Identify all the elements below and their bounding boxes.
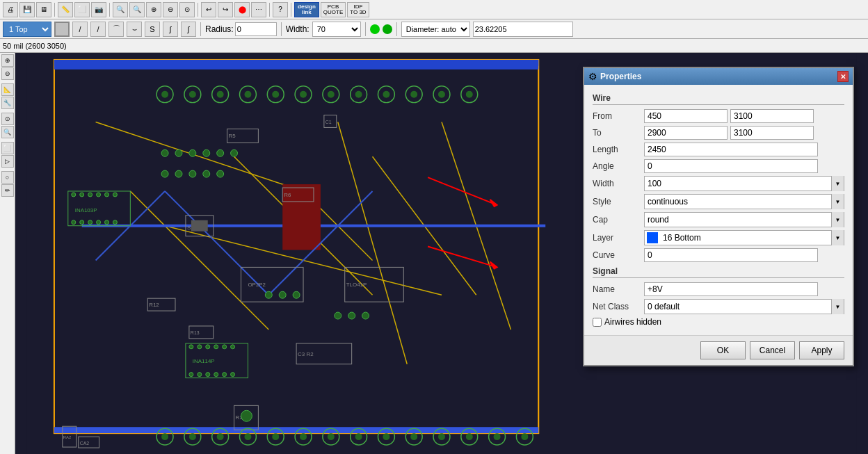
svg-point-74 bbox=[223, 373, 227, 377]
width-select[interactable]: 70 100 150 bbox=[312, 22, 361, 37]
width-dropdown-btn[interactable]: ▼ bbox=[831, 176, 844, 191]
left-btn4[interactable]: 🔧 bbox=[1, 97, 14, 109]
select-btn[interactable]: ⬜ bbox=[74, 2, 90, 17]
ruler-btn[interactable]: 📏 bbox=[58, 2, 73, 17]
netclass-value: 0 default bbox=[645, 302, 831, 311]
line-tool6[interactable]: ∫ bbox=[163, 22, 178, 37]
svg-point-118 bbox=[217, 433, 224, 440]
length-input[interactable] bbox=[644, 143, 818, 156]
svg-point-71 bbox=[198, 373, 202, 377]
ok-button[interactable]: OK bbox=[700, 341, 746, 359]
idf-btn[interactable]: IDF TO 3D bbox=[347, 2, 369, 17]
svg-point-104 bbox=[355, 91, 362, 98]
svg-point-92 bbox=[189, 91, 196, 98]
svg-point-23 bbox=[97, 193, 101, 197]
netclass-dropdown-btn[interactable]: ▼ bbox=[831, 299, 844, 314]
svg-point-24 bbox=[105, 193, 109, 197]
zoom-in-btn[interactable]: 🔍 bbox=[129, 2, 145, 17]
svg-point-54 bbox=[231, 149, 238, 156]
svg-text:R5: R5 bbox=[229, 133, 236, 139]
svg-point-26 bbox=[72, 220, 76, 225]
dialog-close-btn[interactable]: ✕ bbox=[837, 71, 849, 82]
design-link-btn[interactable]: design link bbox=[294, 2, 319, 17]
left-btn5[interactable]: ⊙ bbox=[1, 113, 14, 125]
zoom-btn2[interactable]: ⊕ bbox=[146, 2, 161, 17]
layer-color-btn[interactable] bbox=[54, 22, 70, 37]
svg-point-70 bbox=[189, 373, 193, 377]
line-tool1[interactable]: / bbox=[72, 22, 88, 37]
left-btn10[interactable]: ✏ bbox=[1, 184, 14, 197]
line-tool7[interactable]: ∫ bbox=[181, 22, 196, 37]
airwires-row: Airwires hidden bbox=[593, 317, 844, 327]
layer-label: Layer bbox=[593, 233, 641, 243]
undo-btn[interactable]: ↩ bbox=[201, 2, 216, 17]
left-btn1[interactable]: ⊕ bbox=[1, 54, 14, 67]
misc-btn[interactable]: ⋯ bbox=[251, 2, 266, 17]
svg-point-51 bbox=[189, 149, 196, 156]
left-btn7[interactable]: ⬜ bbox=[1, 142, 14, 154]
svg-point-49 bbox=[161, 149, 168, 156]
line-tool3[interactable]: ⌒ bbox=[108, 22, 124, 37]
pcb-quote-btn[interactable]: PCB QUOTE bbox=[321, 2, 346, 17]
svg-text:INA103P: INA103P bbox=[75, 207, 97, 213]
properties-dialog: ⚙ Properties ✕ Wire From To bbox=[583, 67, 854, 366]
svg-point-50 bbox=[175, 149, 182, 156]
main-area: ⊕ ⊖ 📐 🔧 ⊙ 🔍 ⬜ ▷ ○ ✏ bbox=[0, 53, 868, 454]
to-label: To bbox=[593, 128, 641, 138]
to-y-input[interactable] bbox=[730, 126, 814, 140]
pcb-canvas[interactable]: INA103P S2 R5 bbox=[15, 53, 868, 454]
apply-button[interactable]: Apply bbox=[799, 341, 844, 359]
svg-point-72 bbox=[206, 373, 210, 377]
svg-point-94 bbox=[217, 91, 224, 98]
svg-point-69 bbox=[231, 345, 235, 349]
line-tool5[interactable]: S bbox=[145, 22, 160, 37]
svg-text:R12: R12 bbox=[149, 302, 159, 308]
left-btn2[interactable]: ⊖ bbox=[1, 67, 14, 80]
angle-row: Angle bbox=[593, 159, 844, 173]
svg-point-90 bbox=[161, 91, 168, 98]
signal-name-row: Name bbox=[593, 282, 844, 296]
from-x-input[interactable] bbox=[644, 109, 728, 123]
zoom-btn4[interactable]: ⊙ bbox=[179, 2, 195, 17]
zoom-btn3[interactable]: ⊖ bbox=[163, 2, 178, 17]
diameter-select[interactable]: Diameter: auto bbox=[401, 22, 470, 37]
drill-input[interactable] bbox=[473, 22, 573, 37]
line-tool4[interactable]: ⌣ bbox=[127, 22, 142, 37]
line-tool2[interactable]: / bbox=[90, 22, 106, 37]
style-dropdown-btn[interactable]: ▼ bbox=[831, 194, 844, 209]
signal-name-input[interactable] bbox=[644, 282, 818, 296]
sep3 bbox=[198, 3, 198, 17]
left-btn6[interactable]: 🔍 bbox=[1, 126, 14, 138]
angle-input[interactable] bbox=[644, 159, 818, 173]
svg-point-28 bbox=[88, 220, 93, 225]
print-btn[interactable]: 🖨 bbox=[3, 2, 18, 17]
svg-point-102 bbox=[328, 91, 335, 98]
photo-btn[interactable]: 📷 bbox=[91, 2, 106, 17]
to-x-input[interactable] bbox=[644, 126, 728, 140]
curve-input[interactable] bbox=[644, 248, 818, 262]
left-btn3[interactable]: 📐 bbox=[1, 83, 14, 96]
second-toolbar: 1 Top / / ⌒ ⌣ S ∫ ∫ Radius: Width: 70 10… bbox=[0, 19, 868, 39]
status-bar: 50 mil (2600 3050) bbox=[0, 39, 868, 53]
cancel-button[interactable]: Cancel bbox=[750, 341, 795, 359]
layer-dropdown-btn[interactable]: ▼ bbox=[831, 230, 844, 245]
svg-point-106 bbox=[383, 91, 389, 98]
help-btn[interactable]: ? bbox=[273, 2, 288, 17]
zoom-out-btn[interactable]: 🔍 bbox=[113, 2, 128, 17]
cap-dropdown-btn[interactable]: ▼ bbox=[831, 212, 844, 227]
airwires-checkbox[interactable] bbox=[593, 318, 602, 327]
from-y-input[interactable] bbox=[730, 109, 814, 123]
left-btn8[interactable]: ▷ bbox=[1, 155, 14, 168]
layer-value: 16 Bottom bbox=[660, 233, 831, 243]
save-btn[interactable]: 💾 bbox=[19, 2, 35, 17]
left-btn9[interactable]: ○ bbox=[1, 171, 14, 184]
redo-btn[interactable]: ↪ bbox=[218, 2, 233, 17]
width-value-input[interactable] bbox=[645, 177, 831, 190]
radius-input[interactable] bbox=[235, 22, 277, 36]
stop-btn[interactable]: ⬤ bbox=[234, 2, 250, 17]
monitor-btn[interactable]: 🖥 bbox=[36, 2, 51, 17]
svg-point-58 bbox=[203, 170, 210, 177]
svg-rect-34 bbox=[191, 220, 208, 232]
layer-select[interactable]: 1 Top bbox=[3, 22, 51, 37]
svg-point-112 bbox=[466, 91, 473, 98]
